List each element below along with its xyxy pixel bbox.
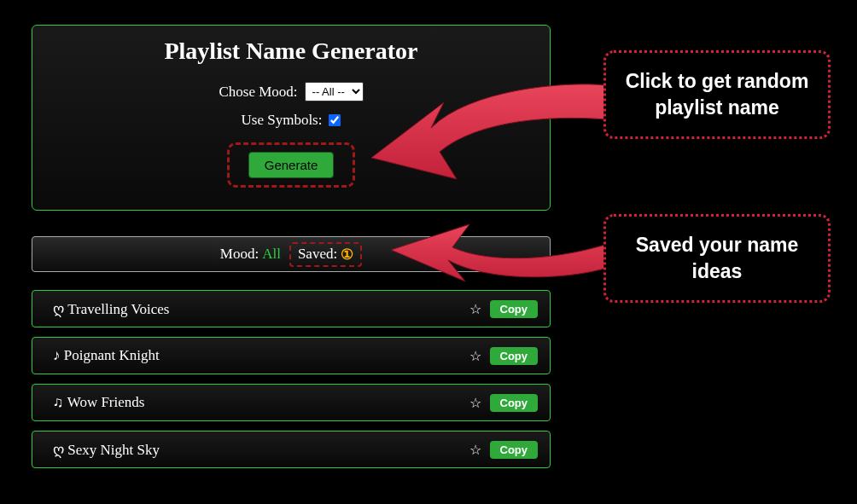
callout-generate: Click to get random playlist name bbox=[603, 50, 831, 139]
copy-button[interactable]: Copy bbox=[490, 394, 539, 412]
star-icon[interactable]: ☆ bbox=[469, 348, 481, 364]
copy-button[interactable]: Copy bbox=[490, 347, 539, 365]
result-name: ღ Travelling Voices bbox=[53, 300, 469, 318]
list-item: ღ Sexy Night Sky ☆ Copy bbox=[32, 431, 551, 468]
results-list: ღ Travelling Voices ☆ Copy ♪ Poignant Kn… bbox=[32, 290, 551, 478]
status-bar: Mood: All Saved: ① bbox=[32, 236, 551, 272]
copy-button[interactable]: Copy bbox=[490, 441, 539, 459]
generator-panel: Playlist Name Generator Chose Mood: -- A… bbox=[32, 25, 551, 211]
star-icon[interactable]: ☆ bbox=[469, 395, 481, 411]
result-name: ♫ Wow Friends bbox=[53, 394, 469, 411]
mood-row: Chose Mood: -- All -- bbox=[32, 82, 550, 101]
symbols-row: Use Symbols: bbox=[32, 112, 550, 129]
mood-label: Chose Mood: bbox=[219, 84, 297, 101]
list-item: ღ Travelling Voices ☆ Copy bbox=[32, 290, 551, 327]
page-title: Playlist Name Generator bbox=[32, 38, 550, 65]
saved-count: ① bbox=[341, 246, 353, 264]
symbols-label: Use Symbols: bbox=[242, 112, 323, 129]
result-name: ღ Sexy Night Sky bbox=[53, 441, 469, 459]
status-mood-value: All bbox=[262, 246, 281, 263]
list-item: ♫ Wow Friends ☆ Copy bbox=[32, 384, 551, 421]
list-item: ♪ Poignant Knight ☆ Copy bbox=[32, 337, 551, 374]
callout-saved: Saved your name ideas bbox=[603, 214, 831, 303]
star-icon[interactable]: ☆ bbox=[469, 301, 481, 317]
generate-highlight: Generate bbox=[227, 142, 356, 188]
star-icon[interactable]: ☆ bbox=[469, 442, 481, 458]
copy-button[interactable]: Copy bbox=[490, 300, 539, 318]
generate-button[interactable]: Generate bbox=[248, 152, 335, 178]
status-mood-label: Mood: bbox=[220, 246, 259, 263]
mood-select[interactable]: -- All -- bbox=[305, 82, 364, 101]
symbols-checkbox[interactable] bbox=[329, 114, 341, 126]
result-name: ♪ Poignant Knight bbox=[53, 347, 469, 364]
saved-highlight[interactable]: Saved: ① bbox=[289, 242, 362, 267]
saved-label: Saved: bbox=[298, 246, 337, 263]
